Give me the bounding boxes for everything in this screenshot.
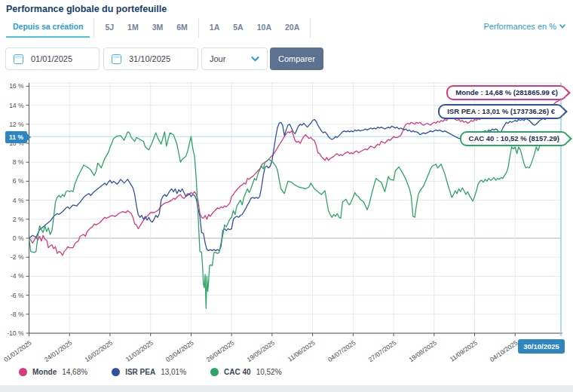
monde-color-dot <box>19 368 27 376</box>
portfolio-performance-page: Performance globale du portefeuille Depu… <box>0 0 573 392</box>
x-tick-label: 26/04/2025 <box>205 338 236 363</box>
y-tick-label: -2 % <box>11 253 24 261</box>
legend-item-cac-40[interactable]: CAC 40 10,52% <box>210 368 282 376</box>
y-tick-label: 8 % <box>13 158 24 166</box>
tooltip-cac-40: CAC 40 : 10,52 % (8157.29) <box>460 131 568 146</box>
x-tick-label: 16/02/2025 <box>84 338 115 363</box>
tooltip-isr-pea: ISR PEA : 13,01 % (173736.26) € <box>438 104 564 119</box>
isr-pea-color-dot <box>112 368 120 376</box>
tooltip-isr-pea-text: ISR PEA : 13,01 % (173736.26) € <box>447 107 555 115</box>
y-tick-label: 4 % <box>13 197 24 204</box>
y-tick-label: -4 % <box>11 272 24 280</box>
x-tick-label: 19/05/2025 <box>245 338 276 363</box>
legend-name: ISR PEA <box>125 368 155 376</box>
legend-value: 13,01% <box>161 368 186 376</box>
x-tick-label: 19/08/2025 <box>407 338 438 363</box>
legend-name: Monde <box>32 368 57 376</box>
tooltip-monde: Monde : 14,68 % (281865.99 €) <box>446 85 567 100</box>
legend-value: 10,52% <box>256 368 282 376</box>
x-tick-label: 03/04/2025 <box>164 338 195 363</box>
y-tick-label: 2 % <box>13 216 24 223</box>
x-tick-label: 01/01/2025 <box>2 338 33 363</box>
y-tick-label: 6 % <box>13 177 24 185</box>
x-tick-label: 04/10/2025 <box>489 338 519 363</box>
cac-40-color-dot <box>210 368 219 376</box>
y-tick-label: 14 % <box>9 102 24 109</box>
legend-item-monde[interactable]: Monde 14,68% <box>19 368 87 376</box>
page-section-divider <box>0 385 573 392</box>
x-tick-label: 24/01/2025 <box>43 338 74 363</box>
x-axis-crosshair-badge: 30/10/2025 <box>518 339 565 354</box>
x-tick-label: 04/07/2025 <box>326 338 357 363</box>
legend-item-isr-pea[interactable]: ISR PEA 13,01% <box>112 368 186 376</box>
performance-chart[interactable]: 16 %14 %12 %10 %8 %6 %4 %2 %0 %-2 %-4 %-… <box>0 0 573 392</box>
x-tick-label: 27/07/2025 <box>367 338 398 363</box>
series-line-cac-40 <box>29 132 562 308</box>
y-tick-label: 16 % <box>9 82 24 90</box>
y-tick-label: -6 % <box>11 292 24 299</box>
x-tick-label: 11/03/2025 <box>124 338 155 363</box>
y-tick-label: 12 % <box>9 121 24 128</box>
series-line-monde <box>29 99 562 256</box>
tooltip-cac-40-text: CAC 40 : 10,52 % (8157.29) <box>469 134 559 142</box>
y-tick-label: 0 % <box>13 234 24 242</box>
legend-value: 14,68% <box>62 368 87 376</box>
y-axis-crosshair-badge: 11 % <box>5 131 27 143</box>
y-tick-label: -8 % <box>11 311 24 318</box>
legend-name: CAC 40 <box>224 368 251 376</box>
tooltip-monde-text: Monde : 14,68 % (281865.99 €) <box>455 88 558 96</box>
y-tick-label: -10 % <box>7 329 24 337</box>
chart-legend: Monde 14,68% ISR PEA 13,01% CAC 40 10,52… <box>19 368 282 376</box>
x-tick-label: 11/06/2025 <box>286 338 317 363</box>
x-tick-label: 11/09/2025 <box>449 338 479 363</box>
